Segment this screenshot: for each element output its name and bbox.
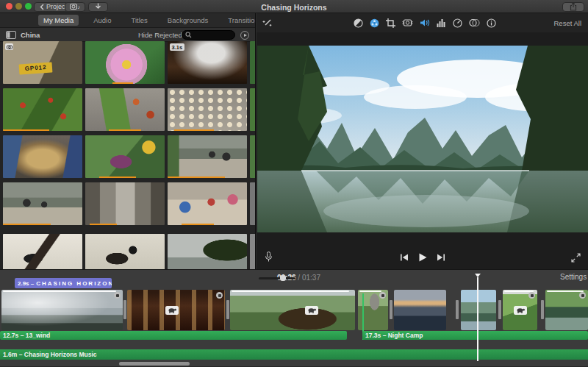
timeline-clip-karst-river[interactable] <box>461 290 496 330</box>
info-icon[interactable] <box>487 18 496 28</box>
audio-clip-night-camp[interactable]: 17.3s – Night Camp <box>362 331 588 340</box>
media-thumbnail-calligraphy-fu[interactable] <box>85 234 165 269</box>
favorite-marker <box>90 224 117 226</box>
slow-motion-turtle-badge <box>305 306 318 315</box>
video-preview[interactable] <box>257 46 588 232</box>
title-clip[interactable]: 2.9s – CHASING HORIZONS <box>15 278 112 288</box>
tab-transitions[interactable]: Transitions <box>223 15 256 26</box>
search-input[interactable] <box>182 30 235 40</box>
karst-landscape-frame <box>257 46 588 232</box>
imovie-window: Projects ♪ Chasing Horizons My Media <box>0 0 588 367</box>
share-button[interactable] <box>562 2 584 12</box>
media-thumbnail-lotus[interactable] <box>85 41 165 84</box>
media-thumbnail-motorbike[interactable]: GP012 <box>3 41 82 84</box>
reset-all-button[interactable]: Reset All <box>554 19 582 27</box>
partial-thumbnail[interactable] <box>250 41 256 84</box>
timeline-clip-village-pano[interactable] <box>230 290 355 330</box>
audio-clip-label: 12.7s – 13_wind <box>3 332 50 339</box>
play-triangle-icon <box>244 34 247 37</box>
transition-handle[interactable] <box>456 300 459 319</box>
clip-adjustment-badge <box>114 292 121 299</box>
media-thumbnail-dumplings[interactable] <box>168 88 247 131</box>
media-thumbnail-painting-table[interactable] <box>168 182 247 225</box>
timeline-settings-button[interactable]: Settings <box>560 273 587 281</box>
browser-tab-bar: My Media Audio Titles Backgrounds Transi… <box>0 13 256 28</box>
favorite-marker <box>112 82 133 85</box>
clip-adjustment-badge <box>379 292 386 299</box>
play-button[interactable] <box>417 252 428 263</box>
speed-icon[interactable] <box>453 18 462 28</box>
media-thumbnail-cucumbers[interactable] <box>85 88 165 131</box>
window-title: Chasing Horizons <box>0 3 588 12</box>
media-thumbnail-alley[interactable] <box>85 182 165 225</box>
previous-frame-button[interactable] <box>400 254 409 261</box>
transition-handle[interactable] <box>390 300 392 319</box>
tab-audio[interactable]: Audio <box>88 15 116 26</box>
crop-icon[interactable] <box>386 18 395 28</box>
volume-icon[interactable] <box>420 18 430 27</box>
clip-adjustment-badge <box>579 292 586 299</box>
music-clip-label: 1.6m – Chasing Horizons Music <box>3 351 97 358</box>
partial-thumbnail[interactable] <box>250 182 256 225</box>
media-thumbnail-fruit-hands[interactable] <box>3 135 82 178</box>
collection-name[interactable]: China <box>21 31 40 39</box>
transition-handle[interactable] <box>498 300 501 319</box>
color-balance-icon[interactable] <box>354 18 363 28</box>
media-thumbnail-village-riders[interactable] <box>3 182 82 225</box>
background-music-clip[interactable]: 1.6m – Chasing Horizons Music <box>0 349 588 360</box>
render-progress-bar <box>232 291 349 292</box>
timeline-clip-dusk-lake[interactable] <box>394 290 446 330</box>
partial-thumbnail[interactable] <box>250 135 256 178</box>
noise-reduction-icon[interactable] <box>437 18 446 27</box>
favorite-marker <box>109 129 140 132</box>
favorite-marker <box>3 129 49 132</box>
timeline-clip-pano[interactable] <box>1 290 123 330</box>
zoom-slider-thumb[interactable] <box>280 275 286 281</box>
media-browser-pane: My Media Audio Titles Backgrounds Transi… <box>0 13 256 269</box>
media-thumbnail-riders[interactable] <box>168 135 247 178</box>
transition-handle[interactable] <box>123 300 126 319</box>
clip-adjustment-badge <box>216 292 223 299</box>
audio-clip-wind[interactable]: 12.7s – 13_wind <box>0 331 347 340</box>
tab-backgrounds[interactable]: Backgrounds <box>162 15 213 26</box>
viewer-toolbar: Reset All <box>257 13 588 32</box>
transition-handle[interactable] <box>541 300 544 319</box>
color-correction-icon[interactable] <box>370 18 379 28</box>
filter-label: Hide Rejected <box>138 31 182 39</box>
media-thumbnail-chilies[interactable] <box>3 88 82 131</box>
render-progress-bar <box>547 291 584 292</box>
playhead[interactable] <box>477 277 478 361</box>
camera-badge-icon <box>5 43 13 50</box>
sidebar-toggle-icon[interactable] <box>6 31 16 39</box>
timeline-clip-restaurant[interactable] <box>127 290 225 330</box>
render-progress-bar <box>359 291 381 292</box>
timeline-horizontal-scrollbar[interactable] <box>119 362 190 366</box>
timeline-clip-terraces[interactable] <box>503 290 537 330</box>
tab-my-media[interactable]: My Media <box>38 15 79 26</box>
share-icon <box>570 2 577 11</box>
partial-thumbnail[interactable] <box>250 234 256 269</box>
next-frame-button[interactable] <box>437 254 445 261</box>
render-progress-bar <box>504 291 534 292</box>
transition-handle[interactable] <box>226 300 229 319</box>
tab-titles[interactable]: Titles <box>126 15 153 26</box>
timeline-clip-green-river[interactable] <box>545 290 588 330</box>
favorite-marker <box>3 224 51 226</box>
timeline: 00:26 / 01:37 Settings 2.9s – CHASING HO… <box>0 269 588 367</box>
fullscreen-icon[interactable] <box>571 253 581 263</box>
clip-filter-icon[interactable] <box>469 18 480 27</box>
media-thumbnail-trees-sky[interactable] <box>168 234 247 269</box>
media-thumbnail-vegetables[interactable] <box>85 135 165 178</box>
enhance-wand-icon[interactable] <box>262 18 273 28</box>
media-thumbnail-calligraphy-brush[interactable] <box>3 234 82 269</box>
duration-badge: 3.1s <box>170 43 184 51</box>
skim-play-button[interactable] <box>240 31 249 40</box>
timeline-zoom-slider[interactable] <box>259 277 295 279</box>
stabilization-icon[interactable] <box>402 18 413 27</box>
time-total: 01:37 <box>302 274 320 282</box>
partial-thumbnail[interactable] <box>250 88 256 131</box>
slow-motion-turtle-badge <box>514 306 527 315</box>
media-thumbnail-incense[interactable]: 3.1s <box>168 41 247 84</box>
viewer-controls <box>257 249 588 269</box>
favorite-marker <box>168 177 225 179</box>
